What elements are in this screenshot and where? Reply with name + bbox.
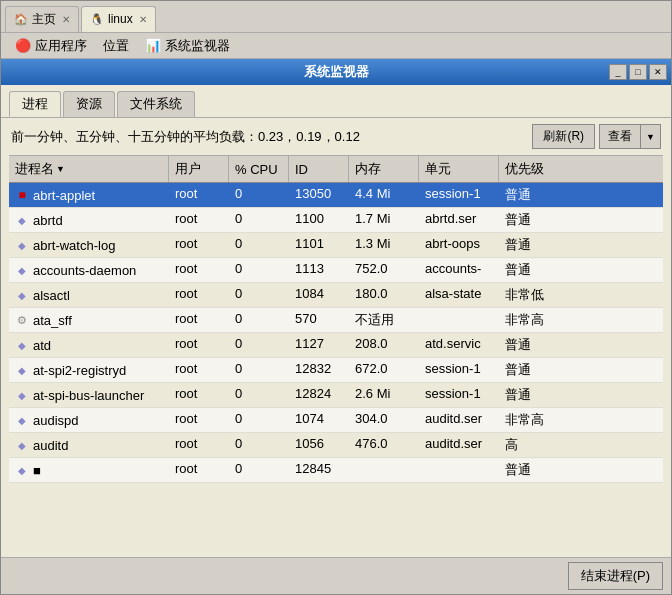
col-unit[interactable]: 单元 [419,156,499,182]
table-row[interactable]: ◆ atd root 0 1127 208.0 atd.servic 普通 [9,333,663,358]
process-icon-diamond: ◆ [15,338,29,352]
cell-id: 1084 [289,283,349,307]
cell-name: ◆ at-spi-bus-launcher [9,383,169,407]
process-icon-diamond: ◆ [15,263,29,277]
view-button[interactable]: 查看 [599,124,640,149]
cell-user: root [169,333,229,357]
window-controls: _ □ ✕ [609,64,667,80]
refresh-button[interactable]: 刷新(R) [532,124,595,149]
cell-name: ◆ abrtd [9,208,169,232]
cell-cpu: 0 [229,208,289,232]
menu-places[interactable]: 位置 [95,35,137,57]
cell-user: root [169,458,229,482]
maximize-button[interactable]: □ [629,64,647,80]
tab-resource[interactable]: 资源 [63,91,115,117]
process-name: abrt-applet [33,188,95,203]
app-window: 🏠 主页 ✕ 🐧 linux ✕ 🔴 应用程序 位置 📊 系统监视器 系统监视器… [0,0,672,595]
cell-cpu: 0 [229,458,289,482]
home-icon: 🏠 [14,13,28,26]
col-id[interactable]: ID [289,156,349,182]
tab-filesystem[interactable]: 文件系统 [117,91,195,117]
cell-memory: 672.0 [349,358,419,382]
tab-linux-close[interactable]: ✕ [139,14,147,25]
cell-name: ◆ at-spi2-registryd [9,358,169,382]
cell-priority: 普通 [499,258,569,282]
cell-id: 1127 [289,333,349,357]
cell-memory: 不适用 [349,308,419,332]
linux-icon: 🐧 [90,13,104,26]
col-name[interactable]: 进程名 ▼ [9,156,169,182]
cell-priority: 普通 [499,208,569,232]
menu-apps-label: 应用程序 [35,37,87,55]
cell-id: 12845 [289,458,349,482]
cell-priority: 普通 [499,458,569,482]
process-icon-red: ■ [15,188,29,202]
process-name: auditd [33,438,68,453]
table-row[interactable]: ◆ abrtd root 0 1100 1.7 Mi abrtd.ser 普通 [9,208,663,233]
titlebar: 系统监视器 _ □ ✕ [1,59,671,85]
cell-unit: auditd.ser [419,408,499,432]
cell-unit: abrt-oops [419,233,499,257]
cell-user: root [169,258,229,282]
tab-home-label: 主页 [32,11,56,28]
cell-priority: 普通 [499,358,569,382]
close-button[interactable]: ✕ [649,64,667,80]
inner-tabs: 进程 资源 文件系统 [1,85,671,118]
col-user[interactable]: 用户 [169,156,229,182]
process-icon-diamond: ◆ [15,288,29,302]
cell-id: 1101 [289,233,349,257]
cell-name: ◆ abrt-watch-log [9,233,169,257]
table-row[interactable]: ◆ at-spi-bus-launcher root 0 12824 2.6 M… [9,383,663,408]
tab-home[interactable]: 🏠 主页 ✕ [5,6,79,32]
table-row[interactable]: ■ abrt-applet root 0 13050 4.4 Mi sessio… [9,183,663,208]
tab-linux[interactable]: 🐧 linux ✕ [81,6,156,32]
col-cpu[interactable]: % CPU [229,156,289,182]
table-row[interactable]: ◆ audispd root 0 1074 304.0 auditd.ser 非… [9,408,663,433]
load-info: 前一分钟、五分钟、十五分钟的平均负载：0.23，0.19，0.12 [11,128,360,146]
cell-id: 13050 [289,183,349,207]
cell-memory: 180.0 [349,283,419,307]
view-dropdown-arrow[interactable]: ▼ [640,124,661,149]
table-row[interactable]: ◆ auditd root 0 1056 476.0 auditd.ser 高 [9,433,663,458]
menu-apps[interactable]: 🔴 应用程序 [7,35,95,57]
sort-arrow: ▼ [56,164,65,174]
table-row[interactable]: ◆ ■ root 0 12845 普通 [9,458,663,483]
table-row[interactable]: ◆ at-spi2-registryd root 0 12832 672.0 s… [9,358,663,383]
process-icon-diamond: ◆ [15,238,29,252]
cell-id: 570 [289,308,349,332]
end-process-button[interactable]: 结束进程(P) [568,562,663,590]
cell-id: 12824 [289,383,349,407]
tab-linux-label: linux [108,12,133,26]
view-button-group: 查看 ▼ [599,124,661,149]
bottom-bar: 结束进程(P) [1,557,671,594]
process-name: at-spi-bus-launcher [33,388,144,403]
process-icon-diamond: ◆ [15,438,29,452]
process-icon-diamond: ◆ [15,388,29,402]
cell-cpu: 0 [229,383,289,407]
cell-priority: 非常高 [499,308,569,332]
cell-id: 1074 [289,408,349,432]
menubar: 🔴 应用程序 位置 📊 系统监视器 [1,33,671,59]
cell-name: ⚙ ata_sff [9,308,169,332]
menu-sysmon[interactable]: 📊 系统监视器 [137,35,238,57]
process-name: ■ [33,463,41,478]
table-row[interactable]: ◆ accounts-daemon root 0 1113 752.0 acco… [9,258,663,283]
table-row[interactable]: ◆ alsactl root 0 1084 180.0 alsa-state 非… [9,283,663,308]
tab-process[interactable]: 进程 [9,91,61,117]
cell-user: root [169,308,229,332]
tab-resource-label: 资源 [76,96,102,111]
cell-memory: 752.0 [349,258,419,282]
process-name: alsactl [33,288,70,303]
cell-priority: 非常高 [499,408,569,432]
table-body[interactable]: ■ abrt-applet root 0 13050 4.4 Mi sessio… [9,183,663,557]
table-row[interactable]: ⚙ ata_sff root 0 570 不适用 非常高 [9,308,663,333]
minimize-button[interactable]: _ [609,64,627,80]
cell-unit: session-1 [419,383,499,407]
cell-cpu: 0 [229,308,289,332]
process-name: audispd [33,413,79,428]
table-row[interactable]: ◆ abrt-watch-log root 0 1101 1.3 Mi abrt… [9,233,663,258]
tab-home-close[interactable]: ✕ [62,14,70,25]
col-memory[interactable]: 内存 [349,156,419,182]
col-priority[interactable]: 优先级 [499,156,569,182]
cell-cpu: 0 [229,183,289,207]
